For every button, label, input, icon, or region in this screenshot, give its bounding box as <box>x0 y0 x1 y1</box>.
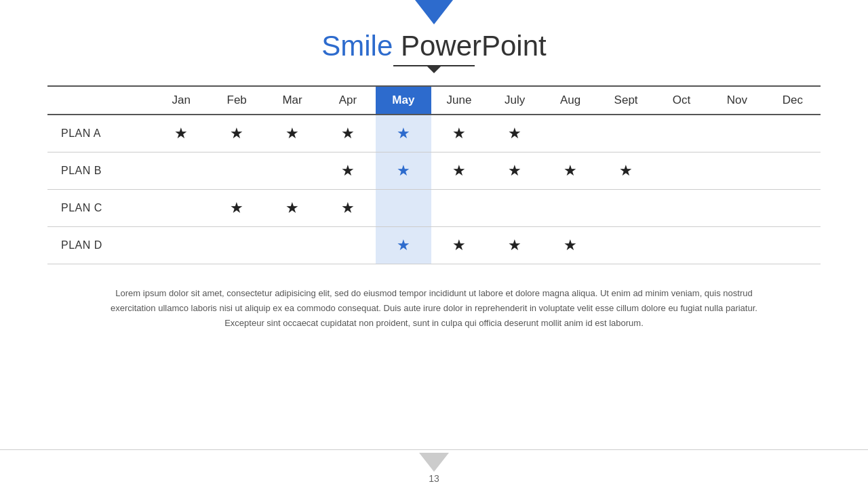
header-jan: Jan <box>153 86 209 115</box>
plan-b-dec <box>765 152 821 190</box>
star-icon: ★ <box>174 125 188 142</box>
footer-content: Lorem ipsum dolor sit amet, consectetur … <box>111 288 757 328</box>
top-triangle-icon <box>415 0 453 24</box>
star-icon: ★ <box>508 162 521 179</box>
star-icon: ★ <box>452 237 466 253</box>
star-icon: ★ <box>230 199 243 216</box>
bottom-triangle-icon <box>419 453 449 472</box>
header-may: May <box>376 86 431 115</box>
bottom-area: 13 <box>0 449 868 489</box>
plan-a-row: PLAN A ★ ★ ★ ★ ★ ★ ★ <box>47 115 821 152</box>
plan-c-label: PLAN C <box>47 190 153 227</box>
header-feb: Feb <box>209 86 264 115</box>
plan-a-may: ★ <box>376 115 431 152</box>
plan-b-row: PLAN B ★ ★ ★ ★ ★ ★ <box>47 152 821 190</box>
plan-a-jan: ★ <box>153 115 209 152</box>
plan-c-jan <box>153 190 209 227</box>
plan-d-apr <box>320 227 376 264</box>
header-row: Jan Feb Mar Apr May June July Aug Sept O… <box>47 86 821 115</box>
star-icon: ★ <box>619 162 633 179</box>
plan-b-sept: ★ <box>598 152 654 190</box>
plan-d-nov <box>709 227 765 264</box>
header-mar: Mar <box>264 86 320 115</box>
plan-b-july: ★ <box>487 152 542 190</box>
title-underline <box>393 65 475 73</box>
star-blue-icon: ★ <box>397 162 410 179</box>
plan-a-july: ★ <box>487 115 542 152</box>
star-icon: ★ <box>341 199 355 216</box>
plan-a-june: ★ <box>431 115 487 152</box>
plan-b-label: PLAN B <box>47 152 153 190</box>
plan-d-july: ★ <box>487 227 542 264</box>
schedule-table: Jan Feb Mar Apr May June July Aug Sept O… <box>47 85 821 264</box>
plan-b-oct <box>654 152 709 190</box>
star-icon: ★ <box>564 237 577 253</box>
star-blue-icon: ★ <box>397 237 410 253</box>
header-empty <box>47 86 153 115</box>
header-july: July <box>487 86 542 115</box>
plan-d-june: ★ <box>431 227 487 264</box>
star-icon: ★ <box>341 162 355 179</box>
title-area: Smile PowerPoint <box>321 30 546 62</box>
plan-b-apr: ★ <box>320 152 376 190</box>
plan-d-label: PLAN D <box>47 227 153 264</box>
plan-b-june: ★ <box>431 152 487 190</box>
plan-c-row: PLAN C ★ ★ ★ <box>47 190 821 227</box>
star-blue-icon: ★ <box>397 125 410 142</box>
star-icon: ★ <box>564 162 577 179</box>
plan-a-nov <box>709 115 765 152</box>
plan-d-feb <box>209 227 264 264</box>
plan-c-aug <box>542 190 598 227</box>
plan-a-label: PLAN A <box>47 115 153 152</box>
plan-d-sept <box>598 227 654 264</box>
chevron-down-icon <box>427 66 441 73</box>
plan-b-jan <box>153 152 209 190</box>
plan-c-nov <box>709 190 765 227</box>
footer-text: Lorem ipsum dolor sit amet, consectetur … <box>102 286 766 331</box>
plan-d-jan <box>153 227 209 264</box>
plan-b-nov <box>709 152 765 190</box>
plan-a-mar: ★ <box>264 115 320 152</box>
header-apr: Apr <box>320 86 376 115</box>
schedule-table-container: Jan Feb Mar Apr May June July Aug Sept O… <box>47 85 821 264</box>
bottom-line <box>0 449 868 451</box>
header-june: June <box>431 86 487 115</box>
star-icon: ★ <box>285 125 299 142</box>
plan-b-mar <box>264 152 320 190</box>
plan-b-aug: ★ <box>542 152 598 190</box>
star-icon: ★ <box>285 199 299 216</box>
page-number: 13 <box>429 473 439 484</box>
star-icon: ★ <box>508 125 521 142</box>
star-icon: ★ <box>452 125 466 142</box>
plan-b-may: ★ <box>376 152 431 190</box>
title-blue: Smile <box>321 30 393 62</box>
plan-c-mar: ★ <box>264 190 320 227</box>
plan-a-sept <box>598 115 654 152</box>
plan-d-aug: ★ <box>542 227 598 264</box>
star-icon: ★ <box>452 162 466 179</box>
header-aug: Aug <box>542 86 598 115</box>
header-sept: Sept <box>598 86 654 115</box>
header-nov: Nov <box>709 86 765 115</box>
star-icon: ★ <box>341 125 355 142</box>
plan-d-oct <box>654 227 709 264</box>
plan-c-feb: ★ <box>209 190 264 227</box>
plan-a-apr: ★ <box>320 115 376 152</box>
header-oct: Oct <box>654 86 709 115</box>
plan-d-dec <box>765 227 821 264</box>
plan-a-dec <box>765 115 821 152</box>
plan-c-apr: ★ <box>320 190 376 227</box>
header-dec: Dec <box>765 86 821 115</box>
plan-b-feb <box>209 152 264 190</box>
plan-c-july <box>487 190 542 227</box>
plan-c-sept <box>598 190 654 227</box>
star-icon: ★ <box>230 125 243 142</box>
plan-c-may <box>376 190 431 227</box>
page-title: Smile PowerPoint <box>321 30 546 62</box>
plan-c-dec <box>765 190 821 227</box>
plan-d-row: PLAN D ★ ★ ★ ★ <box>47 227 821 264</box>
star-icon: ★ <box>508 237 521 253</box>
plan-a-aug <box>542 115 598 152</box>
plan-a-feb: ★ <box>209 115 264 152</box>
plan-a-oct <box>654 115 709 152</box>
